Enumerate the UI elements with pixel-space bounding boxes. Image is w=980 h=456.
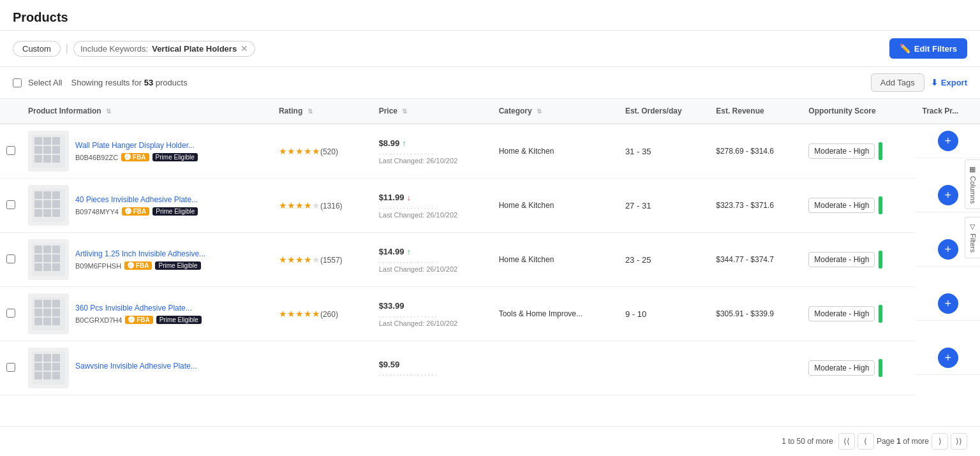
pagination-bar: 1 to 50 of more ⟨⟨ ⟨ Page 1 of more ⟩ ⟩⟩ bbox=[0, 426, 980, 456]
row-checkbox[interactable] bbox=[6, 309, 15, 318]
product-cell: Sawvsine Invisible Adhesive Plate... bbox=[28, 348, 266, 388]
sort-icon-rating: ⇅ bbox=[308, 108, 313, 115]
product-info: Artliving 1.25 Inch Invisible Adhesive..… bbox=[75, 249, 205, 270]
svg-rect-32 bbox=[43, 300, 51, 307]
select-all-label[interactable]: Select All bbox=[28, 78, 62, 87]
track-add-button[interactable]: + bbox=[938, 348, 958, 368]
svg-rect-14 bbox=[34, 200, 42, 208]
col-header-product[interactable]: Product Information ⇅ bbox=[22, 99, 272, 124]
last-page-button[interactable]: ⟩⟩ bbox=[951, 433, 967, 450]
svg-rect-45 bbox=[43, 363, 51, 371]
product-cell: Artliving 1.25 Inch Invisible Adhesive..… bbox=[28, 239, 266, 280]
filters-panel-button[interactable]: ▽ Filters bbox=[965, 217, 980, 258]
price-changed: Last Changed: 26/10/202 bbox=[379, 157, 486, 165]
svg-rect-43 bbox=[52, 354, 60, 362]
product-name[interactable]: 40 Pieces Invisible Adhesive Plate... bbox=[75, 195, 198, 205]
keyword-filter-tag: Include Keywords: Vertical Plate Holders… bbox=[73, 41, 255, 57]
svg-rect-16 bbox=[52, 200, 60, 208]
category-cell: Home & Kitchen bbox=[493, 179, 619, 233]
opportunity-cell: Moderate - High bbox=[808, 251, 909, 268]
category-cell bbox=[493, 341, 619, 395]
rating-cell: ★★★★★(260) bbox=[272, 287, 373, 341]
product-meta: B09748MYY4 🅐 FBA Prime Eligible bbox=[75, 207, 198, 216]
svg-rect-49 bbox=[52, 372, 60, 379]
svg-rect-31 bbox=[34, 300, 42, 307]
svg-rect-15 bbox=[43, 200, 51, 208]
select-all-checkbox[interactable] bbox=[13, 78, 22, 87]
svg-rect-8 bbox=[43, 155, 51, 163]
rating-cell: ★★★★★(1316) bbox=[272, 179, 373, 233]
product-meta: B09M6FPHSH 🅐 FBA Prime Eligible bbox=[75, 261, 205, 270]
product-asin: B0B46B92ZC bbox=[75, 154, 118, 161]
product-cell: Wall Plate Hanger Display Holder... B0B4… bbox=[28, 131, 266, 172]
product-name[interactable]: 360 Pcs Invisible Adhesive Plate... bbox=[75, 304, 202, 314]
add-tags-button[interactable]: Add Tags bbox=[871, 73, 924, 92]
table-row: 360 Pcs Invisible Adhesive Plate... B0CG… bbox=[0, 287, 980, 341]
row-checkbox[interactable] bbox=[6, 200, 15, 209]
orders-cell: 31 - 35 bbox=[619, 124, 709, 179]
svg-rect-29 bbox=[52, 263, 60, 271]
orders-cell: 9 - 10 bbox=[619, 287, 709, 341]
opportunity-cell: Moderate - High bbox=[808, 359, 909, 377]
track-add-button[interactable]: + bbox=[938, 185, 958, 205]
category-cell: Tools & Home Improve... bbox=[493, 287, 619, 341]
opportunity-cell: Moderate - High bbox=[808, 305, 909, 323]
fba-badge: 🅐 FBA bbox=[124, 261, 152, 270]
select-col-header bbox=[0, 99, 22, 124]
edit-filters-button[interactable]: ✏️ Edit Filters bbox=[889, 38, 967, 59]
row-checkbox[interactable] bbox=[6, 146, 15, 155]
col-header-track: Track Pr... bbox=[916, 99, 980, 124]
col-header-price[interactable]: Price ⇅ bbox=[373, 99, 493, 124]
product-name[interactable]: Wall Plate Hanger Display Holder... bbox=[75, 141, 198, 151]
columns-panel-button[interactable]: ▦ Columns bbox=[965, 159, 980, 209]
export-icon: ⬇ bbox=[931, 78, 938, 87]
star-rating: ★★★★★ bbox=[279, 146, 320, 156]
category-cell: Home & Kitchen bbox=[493, 124, 619, 179]
svg-rect-13 bbox=[52, 191, 60, 199]
rating-cell: ★★★★★(1557) bbox=[272, 233, 373, 287]
row-checkbox[interactable] bbox=[6, 363, 15, 372]
svg-rect-41 bbox=[34, 354, 42, 362]
keyword-filter-prefix: Include Keywords: bbox=[80, 44, 148, 54]
svg-rect-3 bbox=[52, 137, 60, 145]
track-add-button[interactable]: + bbox=[938, 239, 958, 260]
track-cell: + bbox=[916, 124, 980, 158]
svg-rect-11 bbox=[34, 191, 42, 199]
first-page-button[interactable]: ⟨⟨ bbox=[838, 433, 855, 450]
rating-cell: ★★★★★(520) bbox=[272, 124, 373, 179]
svg-rect-48 bbox=[43, 372, 51, 379]
svg-rect-25 bbox=[43, 254, 51, 262]
table-row: Sawvsine Invisible Adhesive Plate... $9.… bbox=[0, 341, 980, 395]
table-row: 40 Pieces Invisible Adhesive Plate... B0… bbox=[0, 179, 980, 233]
row-checkbox[interactable] bbox=[6, 254, 15, 263]
export-button[interactable]: ⬇ Export bbox=[931, 78, 967, 87]
track-add-button[interactable]: + bbox=[938, 131, 958, 151]
col-header-category[interactable]: Category ⇅ bbox=[493, 99, 619, 124]
product-name[interactable]: Artliving 1.25 Inch Invisible Adhesive..… bbox=[75, 249, 205, 260]
price-dots: ................. bbox=[379, 258, 486, 264]
svg-rect-37 bbox=[34, 318, 42, 325]
product-name[interactable]: Sawvsine Invisible Adhesive Plate... bbox=[75, 362, 197, 372]
product-info: 360 Pcs Invisible Adhesive Plate... B0CG… bbox=[75, 304, 202, 325]
export-label: Export bbox=[941, 78, 967, 87]
price-cell: $9.59 ................. bbox=[379, 360, 486, 377]
opportunity-cell: Moderate - High bbox=[808, 196, 909, 214]
results-text: Showing results for 53 products bbox=[71, 78, 187, 87]
col-header-rating[interactable]: Rating ⇅ bbox=[272, 99, 373, 124]
category-cell: Home & Kitchen bbox=[493, 233, 619, 287]
edit-icon: ✏️ bbox=[900, 43, 910, 54]
custom-filter-button[interactable]: Custom bbox=[13, 41, 61, 57]
next-page-button[interactable]: ⟩ bbox=[932, 433, 948, 450]
track-add-button[interactable]: + bbox=[938, 293, 958, 314]
page-info: Page 1 of more bbox=[877, 437, 929, 446]
keyword-filter-remove[interactable]: ✕ bbox=[241, 44, 248, 53]
prev-page-button[interactable]: ⟨ bbox=[858, 433, 874, 450]
product-asin: B09M6FPHSH bbox=[75, 262, 121, 270]
fba-badge: 🅐 FBA bbox=[121, 153, 149, 161]
products-table-container: Product Information ⇅ Rating ⇅ Price ⇅ C… bbox=[0, 99, 980, 426]
price-value: $33.99 bbox=[379, 301, 486, 311]
product-cell: 360 Pcs Invisible Adhesive Plate... B0CG… bbox=[28, 293, 266, 334]
svg-rect-19 bbox=[52, 209, 60, 217]
svg-rect-18 bbox=[43, 209, 51, 217]
svg-rect-36 bbox=[52, 309, 60, 316]
